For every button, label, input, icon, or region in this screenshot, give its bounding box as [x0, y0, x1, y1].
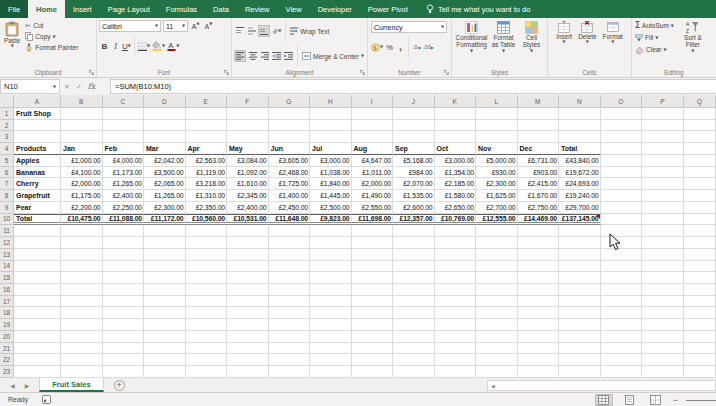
cell-P14[interactable] [642, 261, 684, 273]
prev-sheet-arrow[interactable]: ◀ [10, 382, 15, 389]
cell-G2[interactable] [269, 120, 311, 132]
cell-N23[interactable] [559, 366, 601, 378]
cell-N21[interactable] [559, 343, 601, 355]
copy-button[interactable]: Copy▼ [24, 31, 79, 42]
cell-B4[interactable]: Jan [61, 143, 103, 155]
new-sheet-button[interactable]: + [114, 380, 125, 391]
alignment-dialog-launcher[interactable] [360, 70, 365, 75]
cell-F1[interactable] [227, 108, 269, 120]
borders-button[interactable]: ▼ [137, 40, 151, 52]
cell-H19[interactable] [310, 319, 352, 331]
cell-E2[interactable] [186, 120, 228, 132]
formula-input[interactable]: =SUM(B10:M10) [110, 79, 716, 94]
row-header-21[interactable]: 21 [0, 343, 14, 355]
cell-P2[interactable] [642, 120, 684, 132]
cell-I14[interactable] [352, 261, 394, 273]
cell-E15[interactable] [186, 272, 228, 284]
cell-O23[interactable] [601, 366, 643, 378]
cell-E23[interactable] [186, 366, 228, 378]
row-header-17[interactable]: 17 [0, 296, 14, 308]
cell-I6[interactable]: £1,011.00 [352, 167, 394, 179]
cell-I8[interactable]: £1,490.00 [352, 190, 394, 202]
cell-M7[interactable]: £2,415.00 [518, 178, 560, 190]
cell-H11[interactable] [310, 225, 352, 237]
cell-Q5[interactable] [684, 155, 716, 167]
cell-N9[interactable]: £29,700.00 [559, 202, 601, 214]
zoom-out-button[interactable]: − [673, 395, 678, 405]
cell-L5[interactable]: £5,000.00 [476, 155, 518, 167]
cell-A3[interactable] [14, 131, 61, 143]
cell-P17[interactable] [642, 296, 684, 308]
number-format-select[interactable]: Currency▼ [371, 21, 447, 33]
tab-home[interactable]: Home [28, 0, 65, 18]
cell-Q16[interactable] [684, 284, 716, 296]
col-header-M[interactable]: M [518, 95, 560, 108]
cell-D15[interactable] [144, 272, 186, 284]
cell-C3[interactable] [103, 131, 145, 143]
cell-G5[interactable]: £3,605.00 [269, 155, 311, 167]
cell-G16[interactable] [269, 284, 311, 296]
cell-A5[interactable]: Apples [14, 155, 61, 167]
tab-developer[interactable]: Developer [310, 0, 360, 18]
cell-H13[interactable] [310, 249, 352, 261]
cell-B1[interactable] [61, 108, 103, 120]
cell-M19[interactable] [518, 319, 560, 331]
cell-A7[interactable]: Cherry [14, 178, 61, 190]
cell-K10[interactable]: £10,769.00 [435, 214, 477, 226]
cell-I12[interactable] [352, 237, 394, 249]
cell-K2[interactable] [435, 120, 477, 132]
cell-B17[interactable] [61, 296, 103, 308]
normal-view-button[interactable] [595, 394, 613, 406]
cell-N7[interactable]: £24,693.00 [559, 178, 601, 190]
cell-G13[interactable] [269, 249, 311, 261]
cell-L7[interactable]: £2,300.00 [476, 178, 518, 190]
cell-C12[interactable] [103, 237, 145, 249]
cell-K5[interactable]: £3,000.00 [435, 155, 477, 167]
cell-C20[interactable] [103, 331, 145, 343]
cell-A16[interactable] [14, 284, 61, 296]
cell-P4[interactable] [642, 143, 684, 155]
cell-L13[interactable] [476, 249, 518, 261]
cell-A21[interactable] [14, 343, 61, 355]
cell-G11[interactable] [269, 225, 311, 237]
cell-J23[interactable] [393, 366, 435, 378]
cell-G8[interactable]: £1,400.00 [269, 190, 311, 202]
conditional-formatting-button[interactable]: Conditional Formatting▼ [455, 20, 489, 54]
tab-page-layout[interactable]: Page Layout [100, 0, 158, 18]
cell-G17[interactable] [269, 296, 311, 308]
cell-M5[interactable]: £6,731.00 [518, 155, 560, 167]
col-header-D[interactable]: D [144, 95, 186, 108]
cell-P9[interactable] [642, 202, 684, 214]
cell-A19[interactable] [14, 319, 61, 331]
insert-function-icon[interactable]: fx [88, 82, 95, 91]
align-left-button[interactable] [234, 50, 246, 62]
cell-H17[interactable] [310, 296, 352, 308]
next-sheet-arrow[interactable]: ▶ [25, 382, 30, 389]
cell-G9[interactable]: £2,450.00 [269, 202, 311, 214]
cell-K13[interactable] [435, 249, 477, 261]
cell-G18[interactable] [269, 307, 311, 319]
row-header-16[interactable]: 16 [0, 284, 14, 296]
row-header-4[interactable]: 4 [0, 143, 14, 155]
cell-E9[interactable]: £2,350.00 [186, 202, 228, 214]
cell-G10[interactable]: £11,648.00 [269, 214, 311, 226]
cell-C13[interactable] [103, 249, 145, 261]
cell-O14[interactable] [601, 261, 643, 273]
cell-F14[interactable] [227, 261, 269, 273]
cell-D5[interactable]: £2,042.00 [144, 155, 186, 167]
sheet-tab-fruit-sales[interactable]: Fruit Sales [39, 378, 103, 392]
cell-F21[interactable] [227, 343, 269, 355]
cell-G14[interactable] [269, 261, 311, 273]
cell-P8[interactable] [642, 190, 684, 202]
cell-E18[interactable] [186, 307, 228, 319]
row-header-6[interactable]: 6 [0, 167, 14, 179]
cell-P18[interactable] [642, 307, 684, 319]
cell-H6[interactable]: £1,038.00 [310, 167, 352, 179]
cell-G19[interactable] [269, 319, 311, 331]
cell-P23[interactable] [642, 366, 684, 378]
row-header-1[interactable]: 1 [0, 108, 14, 120]
cell-E6[interactable]: £1,119.00 [186, 167, 228, 179]
cell-I11[interactable] [352, 225, 394, 237]
cell-N19[interactable] [559, 319, 601, 331]
cell-C15[interactable] [103, 272, 145, 284]
